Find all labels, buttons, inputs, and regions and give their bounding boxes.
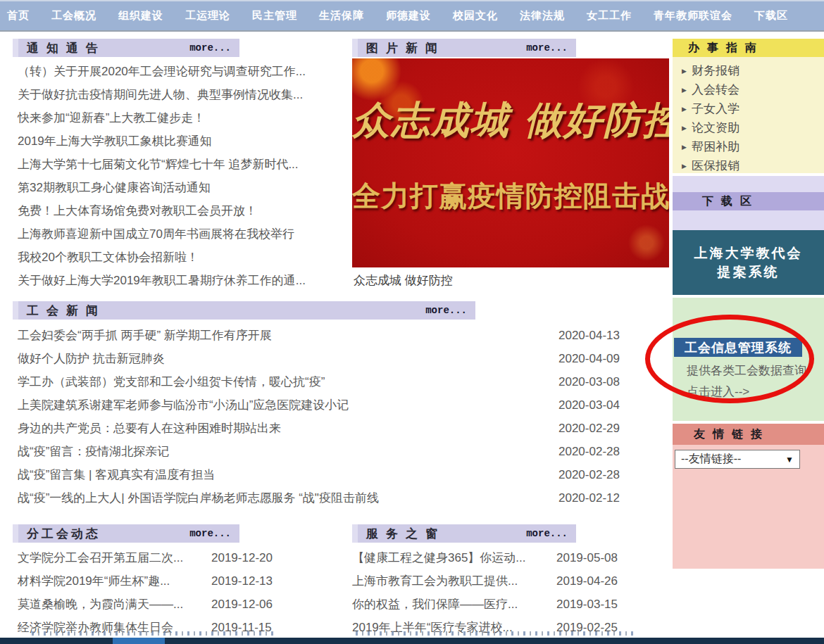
nav-item-young-teachers[interactable]: 青年教师联谊会 — [654, 9, 732, 23]
guide-item-label: 入会转会 — [692, 83, 739, 96]
table-row: 上美院建筑系谢建军老师参与临汾市“小汤山”应急医院建设小记 2020-03-04 — [18, 393, 669, 417]
nav-item-teacher-ethics[interactable]: 师德建设 — [386, 9, 431, 23]
branch-news-more-link[interactable]: more... — [189, 528, 239, 539]
friend-links-dropdown[interactable]: --友情链接-- ▼ — [675, 450, 800, 469]
news-link[interactable]: 做好个人防护 抗击新冠肺炎 — [18, 352, 165, 365]
arrow-right-icon: ▶ — [682, 68, 687, 75]
top-nav: 首页 工会概况 组织建设 工运理论 民主管理 生活保障 师德建设 校园文化 法律… — [0, 0, 824, 32]
guide-title: 办事指南 — [688, 41, 764, 56]
news-date: 2020-04-09 — [558, 347, 620, 370]
branch-news-header: 分工会动态 more... — [13, 524, 239, 543]
proposal-system-banner[interactable]: 上海大学教代会 提案系统 — [673, 230, 824, 295]
table-row: 工会妇委会“两手抓 两手硬” 新学期工作有序开展 2020-04-13 — [18, 324, 669, 347]
table-row: 莫道桑榆晚，为霞尚满天——... 2019-12-06 — [18, 593, 313, 616]
notice-link[interactable]: 上海大学第十七届菊文化节“辉煌七十年 追梦新时代... — [18, 158, 299, 171]
nav-item-campus-culture[interactable]: 校园文化 — [453, 9, 498, 23]
union-news-title: 工会新闻 — [18, 303, 106, 319]
nav-item-life-security[interactable]: 生活保障 — [319, 9, 364, 23]
service-window-title: 服务之窗 — [358, 526, 445, 542]
notice-link[interactable]: 关于做好抗击疫情期间先进人物、典型事例情况收集... — [18, 88, 303, 101]
notice-link[interactable]: 第32期教职工身心健康咨询活动通知 — [18, 181, 211, 194]
notice-link[interactable]: 快来参加“迎新春”上大教工健步走！ — [18, 111, 205, 125]
news-date: 2019-04-26 — [556, 569, 618, 593]
news-link[interactable]: 你的权益，我们保障——医疗... — [352, 598, 518, 611]
guide-item-finance[interactable]: ▶财务报销 — [673, 61, 824, 80]
friend-links-title: 友情链接 — [694, 427, 770, 442]
nav-item-organization[interactable]: 组织建设 — [118, 9, 163, 23]
download-header[interactable]: 下载区 — [673, 192, 824, 210]
news-date: 2020-03-08 — [558, 370, 620, 393]
list-item: 关于做好上海大学2019年教职工暑期疗休养工作的通... — [18, 269, 349, 292]
nav-item-democratic-mgmt[interactable]: 民主管理 — [252, 9, 297, 23]
table-row: 做好个人防护 抗击新冠肺炎 2020-04-09 — [18, 347, 669, 370]
footer-bar — [0, 638, 824, 644]
news-link[interactable]: 上美院建筑系谢建军老师参与临汾市“小汤山”应急医院建设小记 — [18, 398, 349, 412]
news-link[interactable]: 上海市教育工会为教职工提供... — [352, 574, 518, 588]
news-link[interactable]: 学工办（武装部）党支部和工会小组贺卡传情，暖心抗“疫” — [18, 375, 325, 389]
service-window-header: 服务之窗 more... — [352, 524, 576, 543]
guide-item-membership[interactable]: ▶入会转会 — [673, 80, 824, 99]
table-row: 战“疫”一线的上大人| 外国语学院白岸杨老师志愿服务 “战"疫阻击前线 2020… — [18, 486, 669, 510]
arrow-right-icon: ▶ — [682, 125, 687, 132]
news-date: 2020-04-13 — [558, 324, 620, 347]
news-link[interactable]: 莫道桑榆晚，为霞尚满天——... — [18, 598, 183, 611]
news-link[interactable]: 战“疫”留言：疫情湖北探亲记 — [18, 445, 169, 458]
photo-news-header: 图片新闻 more... — [352, 39, 576, 57]
news-date: 2019-03-15 — [556, 593, 618, 616]
union-news-more-link[interactable]: more... — [425, 305, 475, 316]
news-link[interactable]: 战“疫”一线的上大人| 外国语学院白岸杨老师志愿服务 “战"疫阻击前线 — [18, 491, 379, 505]
notice-link[interactable]: 关于做好上海大学2019年教职工暑期疗休养工作的通... — [18, 274, 306, 287]
table-row: 上海市教育工会为教职工提供... 2019-04-26 — [352, 569, 655, 593]
table-row: 战“疫”留言集 | 客观真实有温度有担当 2020-02-28 — [18, 463, 669, 486]
news-link[interactable]: 材料学院2019年“师生杯”趣... — [18, 574, 170, 588]
notice-link[interactable]: （转）关于开展2020年工会理论研究与调查研究工作... — [18, 65, 306, 78]
guide-item-label: 财务报销 — [692, 64, 739, 77]
service-window-list: 【健康工程之健身365】你运动... 2019-05-08 上海市教育工会为教职… — [352, 546, 655, 639]
nav-item-women-work[interactable]: 女工工作 — [587, 9, 632, 23]
news-link[interactable]: 身边的共产党员：总要有人在这种困难时期站出来 — [18, 422, 281, 435]
guide-item-hardship-subsidy[interactable]: ▶帮困补助 — [673, 137, 824, 156]
branch-news-title: 分工会动态 — [18, 526, 101, 542]
news-date: 2020-02-12 — [558, 486, 620, 510]
news-link[interactable]: 文学院分工会召开第五届二次... — [18, 551, 183, 564]
info-system-title-link[interactable]: 工会信息管理系统 — [674, 338, 802, 357]
news-link[interactable]: 战“疫”留言集 | 客观真实有温度有担当 — [18, 468, 215, 481]
list-item: 上海教师喜迎新中国成立70周年书画展将在我校举行 — [18, 222, 349, 246]
list-item: 免费！上大体育场馆免费对教职工会员开放！ — [18, 199, 349, 222]
notice-link[interactable]: 免费！上大体育场馆免费对教职工会员开放！ — [18, 204, 257, 217]
union-homepage: 首页 工会概况 组织建设 工运理论 民主管理 生活保障 师德建设 校园文化 法律… — [0, 0, 824, 644]
guide-item-paper-funding[interactable]: ▶论文资助 — [673, 118, 824, 137]
news-date: 2020-02-28 — [558, 440, 620, 463]
service-window-more-link[interactable]: more... — [526, 528, 576, 539]
banner-caption-link[interactable]: 众志成城 做好防控 — [354, 272, 453, 289]
guide-item-medical-claims[interactable]: ▶医保报销 — [673, 156, 824, 175]
download-title: 下载区 — [702, 194, 759, 209]
news-link[interactable]: 工会妇委会“两手抓 两手硬” 新学期工作有序开展 — [18, 329, 272, 342]
guide-item-children-school[interactable]: ▶子女入学 — [673, 99, 824, 118]
photo-news-banner-image[interactable]: 众志成城 做好防控 全力打赢疫情防控阻击战 — [352, 58, 669, 267]
nav-item-laws[interactable]: 法律法规 — [520, 9, 565, 23]
guide-item-label: 帮困补助 — [692, 140, 739, 153]
notice-link[interactable]: 我校20个教职工文体协会招新啦！ — [18, 251, 199, 264]
guide-header: 办事指南 — [673, 39, 824, 57]
proposal-line1: 上海大学教代会 — [673, 244, 824, 263]
notices-more-link[interactable]: more... — [189, 42, 239, 53]
arrow-right-icon: ▶ — [682, 87, 687, 94]
news-link[interactable]: 【健康工程之健身365】你运动... — [352, 551, 526, 564]
arrow-right-icon: ▶ — [682, 144, 687, 151]
nav-item-union-overview[interactable]: 工会概况 — [51, 9, 96, 23]
arrow-right-icon: ▶ — [682, 163, 687, 170]
news-date: 2019-12-06 — [211, 593, 273, 616]
notices-list: （转）关于开展2020年工会理论研究与调查研究工作... 关于做好抗击疫情期间先… — [18, 60, 349, 292]
list-item: 2019年上海大学教职工象棋比赛通知 — [18, 130, 349, 153]
list-item: 第32期教职工身心健康咨询活动通知 — [18, 176, 349, 199]
nav-item-home[interactable]: 首页 — [7, 9, 30, 23]
photo-news-more-link[interactable]: more... — [526, 42, 576, 53]
nav-item-labor-theory[interactable]: 工运理论 — [185, 9, 230, 23]
list-item: （转）关于开展2020年工会理论研究与调查研究工作... — [18, 60, 349, 83]
notice-link[interactable]: 2019年上海大学教职工象棋比赛通知 — [18, 134, 212, 148]
nav-item-downloads[interactable]: 下载区 — [754, 9, 788, 23]
news-date: 2019-05-08 — [556, 546, 618, 569]
info-system-enter-link[interactable]: 点击进入--> — [687, 384, 749, 400]
notice-link[interactable]: 上海教师喜迎新中国成立70周年书画展将在我校举行 — [18, 227, 294, 241]
